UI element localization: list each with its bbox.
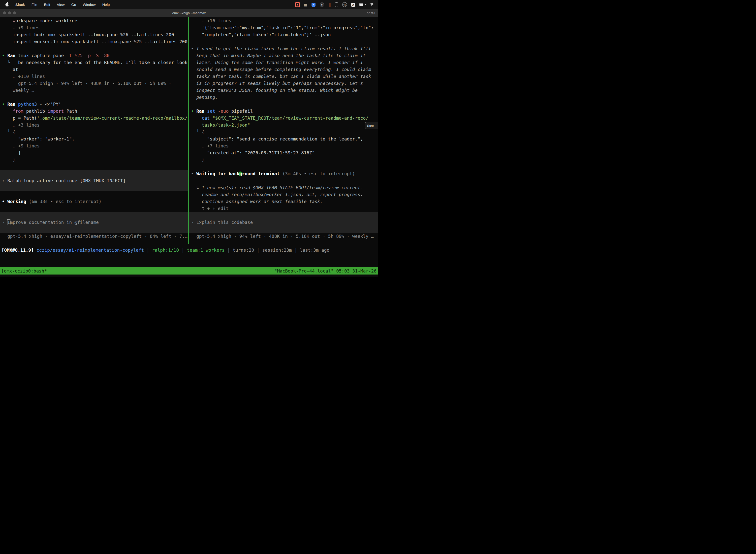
terminal-line: ] (0, 150, 188, 156)
tmux-status-bar: [omx-cczip0:bash* "MacBook-Pro-44.local"… (0, 267, 378, 275)
terminal-text: • (191, 108, 196, 114)
menu-go[interactable]: Go (71, 3, 76, 7)
terminal-line (0, 163, 188, 170)
terminal-text: • (191, 171, 196, 176)
terminal-text: "created_at": "2026-03-31T11:59:27.816Z" (191, 150, 315, 155)
terminal-text: I need to get the claim token from the c… (196, 46, 371, 51)
terminal-line: is in progress? It seems likely but perh… (189, 80, 378, 87)
terminal-text: { (13, 129, 15, 134)
terminal-text: ↳ (191, 185, 202, 190)
window-shortcut-hint: ⌥⌘1 (367, 11, 376, 15)
model-status: gpt-5.4 xhigh · essay/ai-reimplementatio… (0, 233, 188, 240)
terminal-line: └ be necessary for the end of the README… (0, 59, 188, 66)
terminal-line: } (189, 156, 378, 163)
terminal-text: | (254, 247, 262, 253)
menu-window[interactable]: Window (83, 3, 96, 7)
terminal-text: | (225, 247, 233, 253)
terminal-line (189, 38, 378, 45)
model-status: gpt-5.4 xhigh · 94% left · 488K in · 5.1… (189, 233, 378, 240)
terminal-text: should send a message before completing … (191, 67, 371, 72)
terminal-text: Waiting for background terminal (196, 171, 282, 176)
terminal-text: 1 new msg(s): read $OMX_TEAM_STATE_ROOT/… (202, 185, 363, 190)
terminal: workspace_mode: worktree … +9 lines insp… (0, 17, 378, 277)
recording-dot (297, 4, 298, 5)
terminal-line (0, 94, 188, 101)
terminal-line (0, 205, 188, 212)
terminal-text: at (2, 67, 18, 72)
window-grid-icon[interactable]: ▦ (304, 2, 307, 7)
omx-status-line: [OMX#0.11.9] cczip/essay/ai-reimplementa… (0, 247, 378, 254)
terminal-text: weekly … (2, 88, 34, 93)
terminal-text: Working (7, 199, 29, 204)
blue-app-icon[interactable]: ● (312, 3, 315, 7)
terminal-text: | (144, 247, 152, 253)
terminal-text: gpt-5.4 xhigh · essay/ai-reimplementatio… (2, 233, 188, 239)
battery-icon[interactable] (359, 3, 365, 6)
terminal-text (2, 108, 13, 114)
terminal-line: tasks/task-2.json" (189, 122, 378, 128)
terminal-text: capture-pane (32, 53, 66, 58)
waiting-status: • Waiting for background terminal (3m 46… (189, 170, 378, 177)
terminal-line: should send a message before completing … (189, 66, 378, 73)
menu-edit[interactable]: Edit (44, 3, 50, 7)
terminal-text: "completed","claim_token":"claim-token"}… (191, 32, 331, 37)
terminal-line: gpt-5.4 xhigh · 94% left · 488K in · 5.1… (0, 80, 188, 87)
terminal-line: … +3 lines (0, 122, 188, 128)
terminal-text: Explain this codebase (196, 220, 253, 225)
stop-screen-recording-icon[interactable] (295, 2, 300, 7)
dark-app-icon[interactable]: ◆ (320, 2, 324, 7)
tmux-panes: workspace_mode: worktree … +9 lines insp… (0, 17, 378, 244)
menu-view[interactable]: View (57, 3, 64, 7)
terminal-text: I (7, 220, 10, 225)
menu-help[interactable]: Help (102, 3, 110, 7)
apple-menu-icon[interactable] (5, 3, 9, 6)
wifi-icon[interactable] (370, 2, 374, 7)
battery-percent-badge[interactable]: 61 (342, 2, 347, 7)
terminal-text: › (2, 178, 7, 183)
prompt-input[interactable]: › Explain this codebase (189, 212, 378, 233)
terminal-text: … +7 lines (191, 143, 229, 149)
tmux-session-name: [omx-cczip0:bash* (0, 267, 47, 275)
terminal-line: … +7 lines (189, 143, 378, 150)
edit-hint: ⌥ + ↑ edit (189, 205, 378, 212)
terminal-text: (3m 46s • esc to interrupt) (282, 171, 355, 176)
terminal-text: pending. (191, 95, 218, 100)
phone-icon[interactable] (335, 2, 338, 7)
terminal-text: turns:20 (233, 247, 254, 253)
terminal-line: inspect_hud: omx sparkshell --tmux-pane … (0, 31, 188, 38)
input-source-icon[interactable]: A (351, 3, 355, 7)
terminal-line: weekly … (0, 87, 188, 94)
terminal-text: gpt-5.4 xhigh · 94% left · 488K in · 5.1… (2, 81, 171, 86)
terminal-text: - <<'PY' (40, 102, 61, 107)
terminal-line (189, 101, 378, 108)
terminal-text (191, 115, 202, 121)
prompt-input[interactable]: › Improve documentation in @filename (0, 212, 188, 233)
terminal-line: at (0, 66, 188, 73)
terminal-text: cczip/essay/ai-reimplementation-copyleft (37, 247, 144, 253)
terminal-text: task2 after task1 is complete, but can I… (191, 74, 371, 79)
terminal-line: "subject": "send a concise recommendatio… (189, 135, 378, 143)
terminal-text: inspect task2's JSON, focusing on the st… (191, 88, 358, 93)
terminal-text: set (207, 108, 218, 114)
terminal-text: be necessary for the end of the README. … (18, 60, 188, 65)
terminal-text: • (2, 102, 7, 107)
terminal-text: (6m 38s • esc to interrupt) (29, 199, 102, 204)
terminal-line: pending. (189, 94, 378, 101)
terminal-line: … +110 lines (0, 73, 188, 80)
dots-grid-icon[interactable]: ⣿ (328, 2, 331, 7)
terminal-text: is in progress? It seems likely but perh… (191, 81, 363, 86)
terminal-text: … +3 lines (2, 122, 40, 127)
terminal-text: continue assigned work or next feasible … (191, 199, 323, 204)
terminal-text: Ran (196, 108, 207, 114)
terminal-text: } (2, 157, 15, 162)
window-title-bar: omx --xhigh --madmax ⌥⌘1 (0, 9, 378, 17)
menu-bar: Slack File Edit View Go Window Help ▦ ● … (0, 0, 378, 9)
terminal-line: "completed","claim_token":"claim-token"}… (189, 31, 378, 38)
screen: Slack File Edit View Go Window Help ▦ ● … (0, 0, 378, 277)
terminal-text: ] (2, 150, 21, 155)
app-menu-slack[interactable]: Slack (15, 3, 25, 7)
terminal-pane-right: … +16 lines '{"team_name":"my-team","tas… (189, 17, 378, 244)
terminal-line (0, 191, 188, 198)
menu-file[interactable]: File (32, 3, 37, 7)
terminal-text: inspect_worker-1: omx sparkshell --tmux-… (2, 39, 188, 44)
